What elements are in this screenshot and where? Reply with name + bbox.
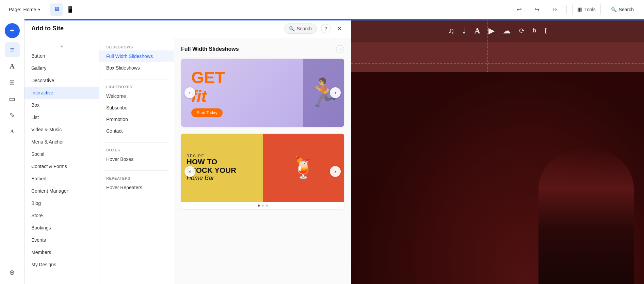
- category-list: ▲ Button Gallery Decorative Interactive …: [25, 38, 99, 284]
- category-events[interactable]: Events: [25, 234, 99, 246]
- homebar-slide: RECIPE HOW TOSTOCK YOUR Home Bar 🍹: [181, 134, 344, 202]
- category-my-designs[interactable]: My Designs: [25, 258, 99, 271]
- subcat-contact[interactable]: Contact: [99, 125, 174, 137]
- category-button[interactable]: Button: [25, 50, 99, 62]
- subcat-hover-repeaters[interactable]: Hover Repeaters: [99, 182, 174, 193]
- scroll-up-icon: ▲: [60, 44, 64, 48]
- redo-button[interactable]: ↪: [531, 3, 543, 16]
- info-icon: i: [340, 47, 341, 52]
- page-dropdown-icon: ▾: [38, 7, 40, 12]
- homebar-slideshow-card[interactable]: RECIPE HOW TOSTOCK YOUR Home Bar 🍹 ‹: [181, 134, 344, 209]
- getfit-subheadline: fit: [191, 87, 293, 106]
- category-gallery[interactable]: Gallery: [25, 62, 99, 74]
- close-icon: ✕: [337, 25, 342, 33]
- slideshow-dots: [181, 202, 344, 209]
- category-social[interactable]: Social: [25, 148, 99, 160]
- boxes-section: BOXES Hover Boxes: [99, 145, 174, 165]
- store-icon: A: [10, 129, 14, 134]
- subcat-hover-boxes[interactable]: Hover Boxes: [99, 153, 174, 165]
- sidebar-item-design[interactable]: A: [5, 59, 20, 74]
- panel-header-actions: 🔍 Search ? ✕: [284, 24, 344, 34]
- category-store[interactable]: Store: [25, 209, 99, 222]
- subcategory-list: SLIDESHOWS Full Width Slideshows Box Sli…: [99, 38, 174, 284]
- panel-close-button[interactable]: ✕: [335, 24, 344, 33]
- youtube-icon: ▶: [488, 26, 495, 35]
- repeaters-section: REPEATERS Hover Repeaters: [99, 174, 174, 193]
- category-bookings[interactable]: Bookings: [25, 222, 99, 234]
- dot-1: [258, 205, 260, 207]
- soundcloud-icon: ☁: [503, 26, 511, 35]
- panel-header: Add to Site 🔍 Search ? ✕: [25, 19, 351, 38]
- panel-content: ▲ Button Gallery Decorative Interactive …: [25, 38, 351, 284]
- slideshow-next-button[interactable]: ›: [330, 87, 341, 98]
- subcat-subscribe[interactable]: Subscribe: [99, 102, 174, 114]
- panel-title: Add to Site: [31, 25, 284, 32]
- subcat-welcome[interactable]: Welcome: [99, 90, 174, 102]
- repeaters-section-title: REPEATERS: [99, 174, 174, 182]
- amazon-icon: A: [474, 26, 480, 35]
- canvas-guide-h: [351, 63, 644, 64]
- panel-help-button[interactable]: ?: [321, 24, 331, 33]
- subcat-promotion[interactable]: Promotion: [99, 114, 174, 125]
- top-bar: Page: Home ▾ 🖥 📱 ↩ ↪ ⇔ ▦ Tools 🔍 Search: [0, 0, 644, 19]
- add-element-button[interactable]: +: [5, 23, 20, 38]
- desktop-view-button[interactable]: 🖥: [50, 3, 63, 16]
- panel-search-button[interactable]: 🔍 Search: [284, 24, 317, 34]
- subcat-box-slideshows[interactable]: Box Slideshows: [99, 62, 174, 74]
- panel-search-icon: 🔍: [289, 26, 295, 31]
- tools-label: Tools: [584, 7, 596, 12]
- slideshow-prev-button[interactable]: ‹: [184, 87, 195, 98]
- homebar-card-inner: RECIPE HOW TOSTOCK YOUR Home Bar 🍹 ‹: [181, 134, 344, 209]
- apps-icon: ⊞: [9, 78, 15, 87]
- sidebar-item-apps[interactable]: ⊞: [5, 75, 20, 90]
- subcat-full-width-slideshows[interactable]: Full Width Slideshows: [99, 50, 174, 62]
- sidebar-item-blog[interactable]: ✎: [5, 108, 20, 123]
- redo-icon: ↪: [534, 6, 540, 13]
- getfit-card-inner: GET fit Start Today 🏃 ‹ ›: [181, 59, 344, 127]
- category-blog[interactable]: Blog: [25, 197, 99, 209]
- sidebar-item-media[interactable]: ▭: [5, 91, 20, 106]
- category-contact-forms[interactable]: Contact & Forms: [25, 160, 99, 173]
- category-content-manager[interactable]: Content Manager: [25, 185, 99, 197]
- divider: [566, 5, 567, 14]
- plus-icon: +: [10, 26, 14, 35]
- scroll-up-indicator: ▲: [25, 42, 99, 50]
- sidebar-item-store[interactable]: A: [5, 124, 20, 139]
- category-menu-anchor[interactable]: Menu & Anchor: [25, 136, 99, 148]
- lightboxes-section-title: LIGHTBOXES: [99, 82, 174, 90]
- selection-indicator-bar: [25, 19, 644, 20]
- collapse-button[interactable]: ⇔: [549, 3, 561, 16]
- preview-info-button[interactable]: i: [336, 45, 344, 53]
- category-decorative[interactable]: Decorative: [25, 74, 99, 87]
- getfit-cta-button[interactable]: Start Today: [191, 108, 223, 117]
- tools-icon: ▦: [577, 6, 582, 13]
- category-box[interactable]: Box: [25, 99, 99, 111]
- category-members[interactable]: Members: [25, 246, 99, 258]
- category-interactive[interactable]: Interactive: [25, 87, 99, 99]
- tools-button[interactable]: ▦ Tools: [572, 4, 601, 15]
- help-icon: ?: [324, 26, 327, 31]
- homebar-prev-button[interactable]: ‹: [184, 166, 195, 177]
- undo-button[interactable]: ↩: [513, 3, 526, 16]
- layers-icon: ⊕: [9, 268, 15, 276]
- category-embed[interactable]: Embed: [25, 173, 99, 185]
- undo-icon: ↩: [517, 6, 522, 13]
- media-icon: ▭: [9, 95, 15, 103]
- left-sidebar: + ≡ A ⊞ ▭ ✎ A ⊕: [0, 19, 25, 284]
- search-button[interactable]: 🔍 Search: [606, 5, 639, 14]
- sidebar-item-layers[interactable]: ⊕: [5, 265, 20, 280]
- search-label: Search: [619, 7, 634, 12]
- category-list[interactable]: List: [25, 111, 99, 123]
- homebar-next-button[interactable]: ›: [330, 166, 341, 177]
- mobile-view-button[interactable]: 📱: [64, 3, 76, 16]
- category-video-music[interactable]: Video & Music: [25, 123, 99, 136]
- add-to-site-panel: Add to Site 🔍 Search ? ✕ ▲ Button Galler…: [25, 19, 351, 284]
- getfit-slide: GET fit Start Today 🏃: [181, 59, 344, 127]
- getfit-slideshow-card[interactable]: GET fit Start Today 🏃 ‹ ›: [181, 59, 344, 127]
- preview-title: Full Width Slideshows: [181, 46, 239, 52]
- page-selector[interactable]: Page: Home ▾: [5, 5, 44, 14]
- panel-search-label: Search: [297, 26, 312, 31]
- music-icon: ♩: [462, 26, 466, 35]
- sidebar-item-pages[interactable]: ≡: [5, 42, 20, 57]
- design-icon: A: [10, 62, 14, 70]
